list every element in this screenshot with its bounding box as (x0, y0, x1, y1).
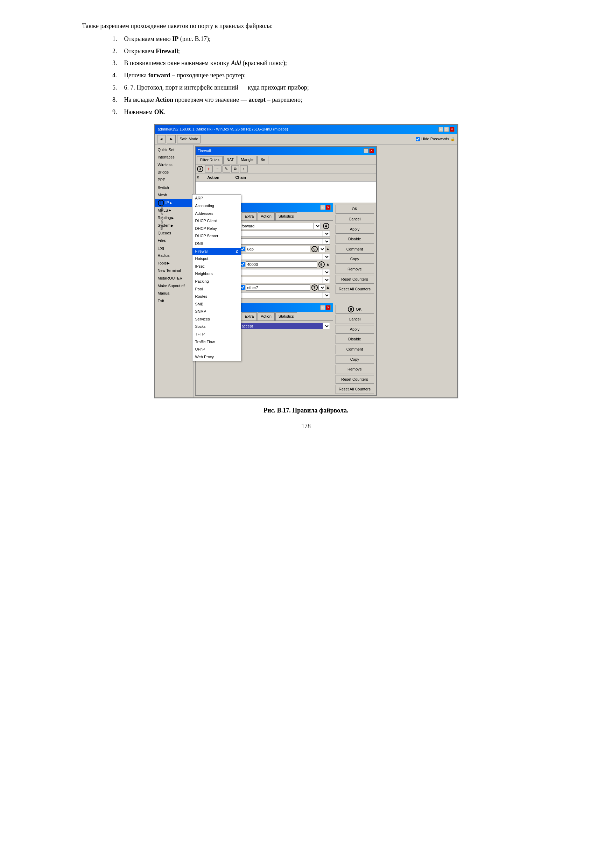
nfr2-remove-btn[interactable]: Remove (336, 365, 374, 374)
submenu-dhcpserver[interactable]: DHCP Server (192, 232, 241, 240)
nfr2-apply-btn[interactable]: Apply (336, 325, 374, 334)
nfr2-close-btn[interactable]: ✕ (326, 305, 331, 310)
fw-tab-mangle[interactable]: Mangle (238, 156, 257, 164)
fw-tab-se[interactable]: Se (257, 156, 268, 164)
submenu-routes[interactable]: Routes (192, 293, 241, 301)
sidebar-item-quickset[interactable]: Quick Set (155, 146, 193, 154)
submenu-hotspot[interactable]: Hotspot (192, 255, 241, 263)
submenu-neighbors[interactable]: Neighbors (192, 270, 241, 278)
sidebar-item-newterminal[interactable]: New Terminal (155, 267, 193, 274)
submenu-pool[interactable]: Pool (192, 285, 241, 293)
nfr1-anyport-select[interactable]: ▼ (323, 269, 330, 275)
nfr1-chain-input[interactable] (240, 223, 314, 229)
nfr1-resetallcounters-btn[interactable]: Reset All Counters (336, 285, 374, 294)
fw-copy-btn[interactable]: ⧉ (231, 166, 239, 172)
nfr1-close-btn[interactable]: ✕ (326, 205, 331, 210)
fw-tab-nat[interactable]: NAT (223, 156, 237, 164)
nfr1-protocol-select[interactable]: ▼ (318, 246, 325, 252)
nfr1-srcport-input[interactable] (240, 254, 323, 260)
sidebar-item-files[interactable]: Files (155, 237, 193, 245)
nfr1-minimize-btn[interactable]: − (320, 205, 325, 210)
safe-mode-button[interactable]: Safe Mode (177, 135, 200, 143)
sidebar-item-ppp[interactable]: PPP (155, 176, 193, 184)
nfr1-chain-select[interactable]: ▼ (314, 223, 321, 229)
submenu-dhcpclient[interactable]: DHCP Client (192, 217, 241, 225)
nfr1-outinterface-select[interactable]: ▼ (323, 292, 330, 298)
sidebar-item-log[interactable]: Log (155, 245, 193, 252)
nfr2-comment-btn[interactable]: Comment (336, 345, 374, 354)
hide-passwords-input[interactable] (416, 137, 420, 141)
nfr2-resetcounters-btn[interactable]: Reset Counters (336, 375, 374, 384)
nfr1-srcaddr-input[interactable] (240, 231, 323, 237)
nfr1-srcport-select[interactable]: ▼ (323, 254, 330, 260)
fw-tab-filterrules[interactable]: Filter Rules (197, 156, 223, 164)
back-button[interactable]: ◄ (157, 135, 166, 143)
nfr1-protocol-input[interactable] (246, 246, 310, 252)
nfr1-resetcounters-btn[interactable]: Reset Counters (336, 275, 374, 284)
nfr2-disable-btn[interactable]: Disable (336, 335, 374, 344)
nfr2-tab-action[interactable]: Action (257, 312, 275, 321)
hide-passwords-checkbox[interactable]: Hide Passwords 🔒 (416, 136, 455, 143)
submenu-tftp[interactable]: TFTP (192, 331, 241, 338)
nfr1-dstport-input[interactable] (246, 261, 317, 268)
sidebar-item-bridge[interactable]: Bridge (155, 169, 193, 176)
sidebar-item-wireless[interactable]: Wireless (155, 161, 193, 169)
submenu-firewall[interactable]: Firewall 2 (192, 248, 241, 256)
winbox-maximize-btn[interactable]: □ (444, 127, 449, 132)
nfr2-action-select[interactable]: ▼ (323, 323, 330, 329)
nfr1-p2p-select[interactable]: ▼ (323, 277, 330, 283)
sidebar-item-switch[interactable]: Switch (155, 184, 193, 192)
nfr1-ininterface-input[interactable] (246, 284, 310, 291)
nfr2-resetallcounters-btn[interactable]: Reset All Counters (336, 385, 374, 394)
nfr1-tab-action[interactable]: Action (257, 212, 275, 220)
sidebar-item-mesh[interactable]: Mesh (155, 191, 193, 199)
nfr2-action-input[interactable] (240, 323, 323, 329)
fw-edit-btn[interactable]: ✎ (223, 166, 230, 172)
nfr2-cancel-btn[interactable]: Cancel (336, 315, 374, 324)
fw-close-btn[interactable]: ✕ (369, 148, 374, 153)
sidebar-item-manual[interactable]: Manual (155, 290, 193, 298)
sidebar-item-makesupout[interactable]: Make Supout.rif (155, 282, 193, 290)
submenu-addresses[interactable]: Addresses (192, 210, 241, 218)
nfr1-anyport-input[interactable] (240, 269, 323, 275)
nfr1-srcaddr-select[interactable]: ▼ (323, 231, 330, 237)
nfr1-remove-btn[interactable]: Remove (336, 265, 374, 274)
nfr2-tab-extra[interactable]: Extra (242, 312, 257, 321)
nfr1-ok-btn[interactable]: OK (336, 205, 374, 214)
nfr1-dstaddr-input[interactable] (240, 238, 323, 245)
sidebar-item-exit[interactable]: Exit (155, 298, 193, 305)
submenu-socks[interactable]: Socks (192, 323, 241, 331)
nfr1-tab-extra[interactable]: Extra (242, 212, 257, 220)
nfr1-comment-btn[interactable]: Comment (336, 245, 374, 254)
sidebar-item-radius[interactable]: Radius (155, 252, 193, 260)
forward-button[interactable]: ► (167, 135, 176, 143)
winbox-minimize-btn[interactable]: − (438, 127, 443, 132)
fw-remove-btn[interactable]: − (214, 166, 222, 172)
nfr1-copy-btn[interactable]: Copy (336, 255, 374, 264)
nfr1-apply-btn[interactable]: Apply (336, 225, 374, 234)
submenu-upnp[interactable]: UPnP (192, 346, 241, 353)
nfr2-copy-btn[interactable]: Copy (336, 355, 374, 364)
nfr2-minimize-btn[interactable]: − (320, 305, 325, 310)
submenu-smb[interactable]: SMB (192, 301, 241, 308)
sidebar-item-queues[interactable]: Queues (155, 229, 193, 237)
submenu-dns[interactable]: DNS (192, 240, 241, 248)
nfr1-tab-statistics[interactable]: Statistics (276, 212, 297, 220)
sidebar-item-interfaces[interactable]: Interfaces (155, 153, 193, 161)
nfr2-tab-statistics[interactable]: Statistics (276, 312, 297, 321)
fw-add-btn[interactable]: + (205, 166, 213, 172)
fw-move-btn[interactable]: ↕ (240, 166, 248, 172)
fw-minimize-btn[interactable]: − (364, 148, 369, 153)
nfr1-disable-btn[interactable]: Disable (336, 235, 374, 244)
nfr1-cancel-btn[interactable]: Cancel (336, 215, 374, 224)
nfr2-ok-btn[interactable]: 9 OK (336, 305, 374, 314)
winbox-close-btn[interactable]: ✕ (449, 127, 454, 132)
submenu-services[interactable]: Services (192, 316, 241, 323)
nfr1-outinterface-input[interactable] (240, 292, 323, 298)
submenu-webproxy[interactable]: Web Proxy (192, 353, 241, 361)
submenu-dhcprelay[interactable]: DHCP Relay (192, 225, 241, 232)
sidebar-item-metarouter[interactable]: MetaROUTER (155, 274, 193, 282)
nfr1-dstaddr-select[interactable]: ▼ (323, 238, 330, 245)
submenu-snmp[interactable]: SNMP (192, 308, 241, 316)
sidebar-item-tools[interactable]: Tools▶ (155, 260, 193, 267)
